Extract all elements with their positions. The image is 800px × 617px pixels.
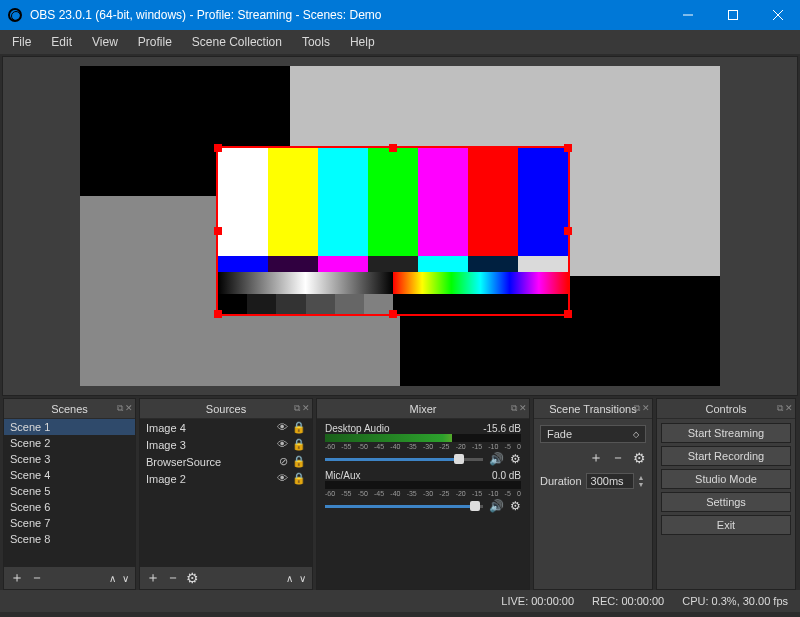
control-button-start-streaming[interactable]: Start Streaming (661, 423, 791, 443)
resize-handle[interactable] (389, 144, 397, 152)
titlebar[interactable]: OBS 23.0.1 (64-bit, windows) - Profile: … (0, 0, 800, 30)
detach-icon[interactable]: ⧉ (294, 403, 300, 414)
status-rec: REC: 00:00:00 (592, 595, 664, 607)
channel-db: 0.0 dB (492, 470, 521, 481)
lock-icon[interactable]: 🔒 (292, 438, 306, 451)
close-icon[interactable]: ✕ (785, 403, 793, 414)
source-settings-button[interactable]: ⚙ (186, 570, 199, 586)
lock-icon[interactable]: 🔒 (292, 421, 306, 434)
menu-help[interactable]: Help (342, 33, 383, 51)
controls-title: Controls (706, 403, 747, 415)
duration-label: Duration (540, 475, 582, 487)
menu-scene-collection[interactable]: Scene Collection (184, 33, 290, 51)
visibility-icon[interactable]: 👁 (277, 421, 288, 434)
menu-profile[interactable]: Profile (130, 33, 180, 51)
visibility-icon[interactable]: 👁 (277, 438, 288, 451)
scene-item[interactable]: Scene 5 (4, 483, 135, 499)
scenes-list[interactable]: Scene 1Scene 2Scene 3Scene 4Scene 5Scene… (4, 419, 135, 567)
preview-canvas[interactable] (80, 66, 720, 386)
close-button[interactable] (755, 0, 800, 30)
scenes-panel: Scenes⧉✕ Scene 1Scene 2Scene 3Scene 4Sce… (3, 398, 136, 590)
app-icon (8, 8, 22, 22)
scene-item[interactable]: Scene 7 (4, 515, 135, 531)
menu-view[interactable]: View (84, 33, 126, 51)
source-item[interactable]: Image 3👁🔒 (140, 436, 312, 453)
menu-edit[interactable]: Edit (43, 33, 80, 51)
speaker-icon[interactable]: 🔊 (489, 499, 504, 513)
remove-source-button[interactable]: － (166, 569, 180, 587)
source-item[interactable]: Image 2👁🔒 (140, 470, 312, 487)
close-icon[interactable]: ✕ (302, 403, 310, 414)
vu-meter (325, 434, 521, 442)
scene-item[interactable]: Scene 4 (4, 467, 135, 483)
detach-icon[interactable]: ⧉ (634, 403, 640, 414)
sources-list[interactable]: Image 4👁🔒Image 3👁🔒BrowserSource⊘🔒Image 2… (140, 419, 312, 567)
menu-tools[interactable]: Tools (294, 33, 338, 51)
resize-handle[interactable] (214, 144, 222, 152)
minimize-button[interactable] (665, 0, 710, 30)
scene-item[interactable]: Scene 2 (4, 435, 135, 451)
resize-handle[interactable] (564, 227, 572, 235)
volume-slider[interactable] (325, 505, 483, 508)
menubar: File Edit View Profile Scene Collection … (0, 30, 800, 54)
scene-item[interactable]: Scene 1 (4, 419, 135, 435)
preview-source-image4-selected[interactable] (216, 146, 570, 316)
close-icon[interactable]: ✕ (125, 403, 133, 414)
transition-select[interactable]: Fade◇ (540, 425, 646, 443)
control-button-exit[interactable]: Exit (661, 515, 791, 535)
maximize-button[interactable] (710, 0, 755, 30)
mixer-title: Mixer (410, 403, 437, 415)
control-button-studio-mode[interactable]: Studio Mode (661, 469, 791, 489)
source-item[interactable]: Image 4👁🔒 (140, 419, 312, 436)
duration-input[interactable] (586, 473, 634, 489)
gear-icon[interactable]: ⚙ (510, 499, 521, 513)
scene-item[interactable]: Scene 8 (4, 531, 135, 547)
resize-handle[interactable] (214, 227, 222, 235)
scenes-title: Scenes (51, 403, 88, 415)
move-source-down-button[interactable]: ∨ (299, 573, 306, 584)
add-source-button[interactable]: ＋ (146, 569, 160, 587)
menu-file[interactable]: File (4, 33, 39, 51)
resize-handle[interactable] (564, 144, 572, 152)
window-title: OBS 23.0.1 (64-bit, windows) - Profile: … (30, 8, 665, 22)
remove-transition-button[interactable]: － (611, 449, 625, 467)
lock-icon[interactable]: 🔒 (292, 472, 306, 485)
add-transition-button[interactable]: ＋ (589, 449, 603, 467)
transition-settings-button[interactable]: ⚙ (633, 450, 646, 466)
move-source-up-button[interactable]: ∧ (286, 573, 293, 584)
svg-rect-1 (728, 11, 737, 20)
move-scene-down-button[interactable]: ∨ (122, 573, 129, 584)
control-button-start-recording[interactable]: Start Recording (661, 446, 791, 466)
sources-panel: Sources⧉✕ Image 4👁🔒Image 3👁🔒BrowserSourc… (139, 398, 313, 590)
move-scene-up-button[interactable]: ∧ (109, 573, 116, 584)
lock-icon[interactable]: 🔒 (292, 455, 306, 468)
channel-name: Desktop Audio (325, 423, 390, 434)
transitions-panel: Scene Transitions⧉✕ Fade◇ ＋ － ⚙ Duration… (533, 398, 653, 590)
resize-handle[interactable] (389, 310, 397, 318)
scene-item[interactable]: Scene 6 (4, 499, 135, 515)
scene-item[interactable]: Scene 3 (4, 451, 135, 467)
resize-handle[interactable] (564, 310, 572, 318)
visibility-icon[interactable]: ⊘ (279, 455, 288, 468)
gear-icon[interactable]: ⚙ (510, 452, 521, 466)
close-icon[interactable]: ✕ (519, 403, 527, 414)
source-item[interactable]: BrowserSource⊘🔒 (140, 453, 312, 470)
mixer-panel: Mixer⧉✕ Desktop Audio-15.6 dB-60-55-50-4… (316, 398, 530, 590)
duration-down[interactable]: ▼ (638, 481, 645, 488)
preview-area[interactable] (2, 56, 798, 396)
resize-handle[interactable] (214, 310, 222, 318)
detach-icon[interactable]: ⧉ (777, 403, 783, 414)
detach-icon[interactable]: ⧉ (511, 403, 517, 414)
detach-icon[interactable]: ⧉ (117, 403, 123, 414)
sources-title: Sources (206, 403, 246, 415)
control-button-settings[interactable]: Settings (661, 492, 791, 512)
remove-scene-button[interactable]: － (30, 569, 44, 587)
add-scene-button[interactable]: ＋ (10, 569, 24, 587)
duration-up[interactable]: ▲ (638, 474, 645, 481)
status-live: LIVE: 00:00:00 (501, 595, 574, 607)
controls-panel: Controls⧉✕ Start StreamingStart Recordin… (656, 398, 796, 590)
close-icon[interactable]: ✕ (642, 403, 650, 414)
speaker-icon[interactable]: 🔊 (489, 452, 504, 466)
volume-slider[interactable] (325, 458, 483, 461)
visibility-icon[interactable]: 👁 (277, 472, 288, 485)
